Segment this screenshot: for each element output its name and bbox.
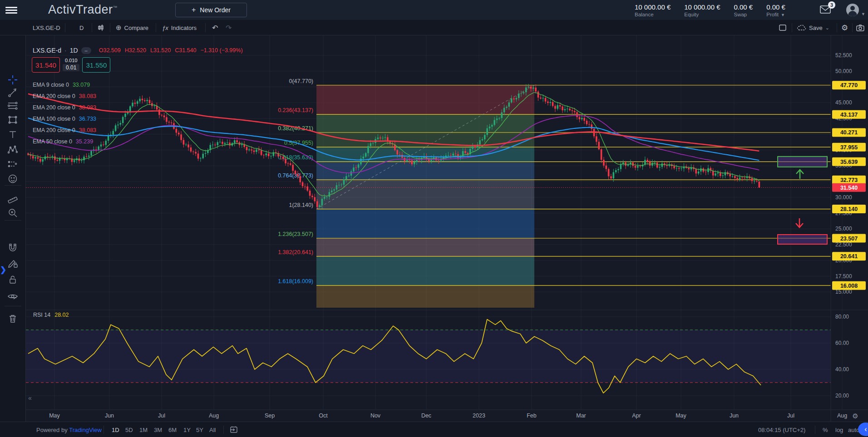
new-order-button[interactable]: + New Order [175,3,247,17]
hide-drawings-eye-icon[interactable] [4,290,22,303]
low-value: L31.520 [150,47,171,54]
swap-label: Swap [734,12,753,17]
range-5d[interactable]: 5D [125,422,133,437]
close-value: C31.540 [175,47,196,54]
svg-text:Oct: Oct [319,412,328,419]
compare-button[interactable]: ⊕ Compare [116,20,148,35]
measure-ruler-icon[interactable] [4,192,22,205]
svg-text:Nov: Nov [370,412,381,419]
forecast-tool-icon[interactable] [4,158,22,171]
profit-stat[interactable]: 0.00 € Profit▼ [766,3,785,17]
chart-toolbar: LXS.GE-D D ⊕ Compare ƒx Indicators ↶ ↷ S… [0,20,868,35]
open-value: O32.509 [99,47,121,54]
svg-text:40.271: 40.271 [840,129,858,136]
trend-line-icon[interactable] [4,86,22,99]
svg-text:Jul: Jul [787,412,794,419]
rsi-pane [26,319,831,393]
legend-collapse-chip[interactable]: – [81,47,91,54]
rsi-label: RSI 14 [33,312,50,318]
svg-text:32.773: 32.773 [840,177,858,183]
ema-row[interactable]: EMA 100 close 036.733 [33,113,96,124]
range-all[interactable]: All [209,422,216,437]
rsi-value: 28.02 [54,312,69,318]
symbol-search[interactable]: LXS.GE-D [33,20,60,35]
chart-style-icon[interactable] [97,20,104,35]
percent-scale-button[interactable]: % [823,422,828,437]
avatar[interactable] [846,4,859,16]
svg-text:0(47.770): 0(47.770) [289,78,313,84]
redo-icon[interactable]: ↷ [226,20,232,35]
svg-text:28.140: 28.140 [840,206,858,212]
ema-row[interactable]: EMA 200 close 038.083 [33,90,96,102]
quote-widget: 31.540 0.010 0.01 31.550 [32,57,110,73]
chevron-down-icon[interactable]: ▼ [781,13,785,17]
powered-by: Powered by [36,427,68,433]
cloud-icon [797,25,806,31]
long-target-box [778,157,827,167]
rsi-legend[interactable]: RSI 14 28.02 [33,312,69,318]
indicators-button[interactable]: ƒx Indicators [162,20,197,35]
ema-row[interactable]: EMA 200 close 038.083 [33,124,96,136]
profit-value: 0.00 € [766,3,785,11]
change-value: −1.310 (−3.99%) [200,47,242,54]
drawing-sidebar: ❯ [0,35,26,422]
legend-symbol[interactable]: LXS.GE-d [33,47,61,54]
buy-button[interactable]: 31.550 [82,57,110,73]
equity-stat: 10 000.00 € Equity [684,3,720,17]
panel-expand-chevron-icon[interactable]: ❯ [0,265,6,275]
account-chevron-down-icon[interactable]: ▼ [861,12,865,16]
rectangle-shape-icon[interactable] [4,113,22,126]
range-5y[interactable]: 5Y [196,422,203,437]
log-scale-button[interactable]: log [835,422,843,437]
undo-icon[interactable]: ↶ [212,20,218,35]
lock-all-icon[interactable] [4,273,22,286]
zoom-in-icon[interactable] [4,206,22,219]
text-tool-icon[interactable] [4,128,22,141]
save-button[interactable]: Save ⌄ [797,20,829,35]
svg-text:45.000: 45.000 [835,99,852,106]
svg-text:2023: 2023 [473,412,485,419]
balance-stat: 10 000.00 € Balance [635,3,671,17]
short-target-box [778,235,827,244]
chart-canvas[interactable]: 0(47.770)0.236(43.137)0.382(40.271)0.5(3… [26,35,868,422]
range-3m[interactable]: 3M [154,422,162,437]
spread-value: 0.010 [65,58,78,63]
range-1d[interactable]: 1D [112,422,119,437]
svg-text:20.00: 20.00 [835,393,849,399]
xabcd-pattern-icon[interactable] [4,143,22,156]
equity-label: Equity [684,12,720,17]
equity-value: 10 000.00 € [684,3,720,11]
magnet-icon[interactable] [4,241,22,253]
ema-row[interactable]: EMA 9 close 033.079 [33,79,96,90]
crosshair-icon[interactable] [4,74,22,86]
svg-text:⚙: ⚙ [852,412,858,420]
range-1y[interactable]: 1Y [183,422,191,437]
remove-drawings-trash-icon[interactable] [4,312,22,325]
horizontal-lines-icon[interactable] [4,99,22,112]
clock[interactable]: 08:04:15 (UTC+2) [758,422,805,437]
tradingview-link[interactable]: TradingView [69,427,102,433]
svg-text:1.236(23.507): 1.236(23.507) [278,231,313,237]
svg-text:40.00: 40.00 [835,366,849,373]
swap-value: 0.00 € [734,3,753,11]
svg-text:43.137: 43.137 [840,112,858,118]
indicator-legend: EMA 9 close 033.079 EMA 200 close 038.08… [33,79,96,147]
menu-icon[interactable] [5,5,17,15]
go-to-date-icon[interactable] [230,422,238,437]
top-navbar: ActivTrader™ + New Order 10 000.00 € Bal… [0,0,868,20]
svg-text:50.000: 50.000 [835,68,852,74]
range-1m[interactable]: 1M [139,422,148,437]
emoji-tool-icon[interactable] [4,172,22,185]
settings-gear-icon[interactable]: ⚙ [841,20,848,35]
ema-row[interactable]: EMA 50 close 035.239 [33,136,96,147]
camera-icon[interactable] [856,20,864,35]
ema-row[interactable]: EMA 200 close 038.083 [33,102,96,113]
save-chevron-down-icon: ⌄ [825,25,829,31]
sell-button[interactable]: 31.540 [32,57,60,73]
spread-pill: 0.01 [63,64,79,71]
interval-button[interactable]: D [79,20,84,35]
multi-chart-layout-icon[interactable] [779,20,786,35]
range-6m[interactable]: 6M [168,422,177,437]
svg-text:May: May [49,412,60,419]
balance-label: Balance [635,12,671,17]
